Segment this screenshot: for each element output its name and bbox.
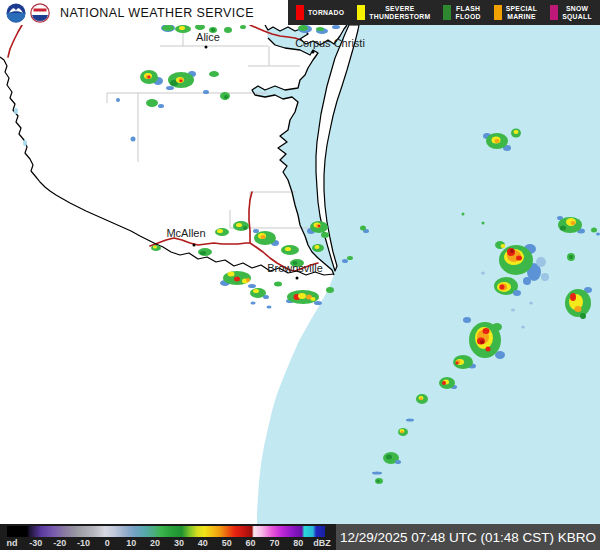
dbz-label--30: -30	[24, 537, 48, 550]
echo-cell	[596, 233, 600, 236]
city-dot-brownsville	[296, 277, 299, 280]
legend-item-special-marine: SPECIAL MARINE	[494, 5, 538, 21]
bottom-bar: nd-30-20-1001020304050607080dBZ 12/29/20…	[0, 524, 600, 550]
legend-item-flash-flood: FLASH FLOOD	[443, 5, 480, 21]
flash-flood-label: FLASH FLOOD	[455, 5, 480, 21]
dbz-label-70: 70	[262, 537, 286, 550]
dbz-scale-labels: nd-30-20-1001020304050607080dBZ	[0, 537, 334, 550]
dbz-label-0: 0	[95, 537, 119, 550]
special-marine-label: SPECIAL MARINE	[506, 5, 538, 21]
echo-cell	[224, 95, 228, 99]
dbz-label-20: 20	[143, 537, 167, 550]
echo-cell	[510, 249, 514, 253]
echo-cell	[146, 99, 158, 107]
severe-thunderstorm-swatch-icon	[357, 5, 365, 20]
echo-cell	[153, 246, 157, 249]
echo-cell	[386, 455, 392, 460]
dbz-label-80: 80	[286, 537, 310, 550]
flash-flood-swatch-icon	[443, 5, 451, 20]
echo-cell	[318, 225, 321, 228]
echo-cell	[246, 278, 250, 282]
dbz-label-nd: nd	[0, 537, 24, 550]
echo-cell	[261, 235, 266, 239]
echo-cell	[236, 223, 242, 227]
echo-cell	[523, 277, 531, 285]
echo-cell	[263, 295, 269, 299]
echo-cell	[560, 226, 566, 231]
river-pond	[23, 140, 27, 146]
echo-cell	[481, 272, 485, 275]
echo-cell	[326, 287, 334, 293]
echo-cell	[406, 419, 414, 422]
echo-cell	[536, 257, 546, 267]
echo-cell	[372, 472, 382, 475]
echo-cell	[570, 293, 576, 301]
dbz-label--10: -10	[72, 537, 96, 550]
echo-cell	[253, 229, 259, 233]
echo-cell	[224, 27, 232, 33]
dbz-label-50: 50	[215, 537, 239, 550]
echo-cell	[316, 27, 324, 31]
echo-cell	[486, 347, 491, 352]
echo-cell	[332, 25, 340, 29]
city-dot-alice	[205, 46, 208, 49]
echo-cell	[180, 80, 183, 82]
echo-cell	[209, 71, 219, 77]
echo-cell	[203, 90, 209, 94]
echo-cell	[514, 130, 519, 134]
echo-cell	[575, 306, 582, 312]
echo-cell	[495, 139, 500, 143]
echo-cell	[511, 309, 515, 312]
echo-cell	[179, 26, 185, 30]
echo-cell	[513, 290, 521, 296]
echo-cell	[483, 328, 490, 334]
echo-cell	[482, 222, 485, 225]
echo-cell	[217, 229, 223, 233]
tornado-label: TORNADO	[308, 9, 344, 17]
city-dot-mcallen	[193, 244, 196, 247]
echo-cell	[315, 245, 320, 249]
echo-cell	[377, 480, 380, 483]
dbz-label-40: 40	[191, 537, 215, 550]
echo-cell	[462, 213, 465, 216]
legend-item-snow-squall: SNOW SQUALL	[550, 5, 592, 21]
dbz-label-30: 30	[167, 537, 191, 550]
echo-cell	[253, 289, 259, 293]
echo-cell	[569, 255, 573, 259]
echo-cell	[480, 340, 484, 344]
noaa-logo[interactable]	[6, 3, 26, 23]
echo-cell	[501, 244, 506, 248]
echo-cell	[360, 226, 366, 231]
echo-cell	[166, 86, 174, 90]
echo-cell	[516, 256, 522, 261]
echo-cell	[311, 297, 316, 301]
dbz-label--20: -20	[48, 537, 72, 550]
severe-thunderstorm-label: SEVERE THUNDERSTORM	[369, 5, 430, 21]
echo-cell	[298, 293, 306, 299]
radar-map[interactable]: AliceCorpus ChristiMcAllenBrownsville	[0, 25, 600, 524]
dbz-label-60: 60	[239, 537, 263, 550]
echo-cell	[162, 25, 174, 31]
echo-cell	[131, 137, 136, 142]
echo-cell	[347, 256, 353, 260]
echo-cell	[420, 398, 423, 401]
nws-logo[interactable]	[30, 3, 50, 23]
legend-item-tornado: TORNADO	[296, 5, 344, 20]
river-pond	[14, 108, 18, 114]
echo-cell	[248, 284, 256, 288]
status-bar: 12/29/2025 07:48 UTC (01:48 CST) KBRO	[336, 524, 600, 550]
echo-cell	[521, 326, 525, 329]
header: NATIONAL WEATHER SERVICE TORNADOSEVERE T…	[0, 0, 600, 25]
echo-cell	[541, 273, 549, 281]
echo-cell	[274, 282, 282, 287]
site-title: NATIONAL WEATHER SERVICE	[60, 6, 254, 20]
city-dot-corpus-christi	[312, 51, 315, 54]
echo-cell	[591, 228, 597, 233]
echo-cell	[442, 381, 446, 385]
radar-viewer: NATIONAL WEATHER SERVICE TORNADOSEVERE T…	[0, 0, 600, 550]
snow-squall-swatch-icon	[550, 5, 558, 20]
echo-cell	[571, 221, 576, 225]
special-marine-swatch-icon	[494, 5, 502, 20]
echo-cell	[456, 362, 459, 365]
echo-cell	[243, 226, 247, 230]
